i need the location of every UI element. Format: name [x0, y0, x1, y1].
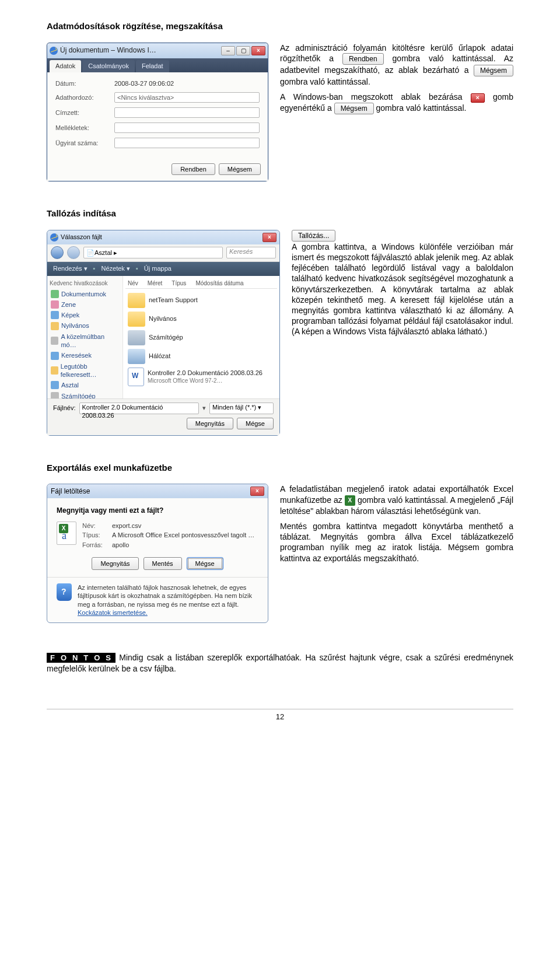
button-rendben[interactable]: Rendben: [172, 163, 215, 175]
page-number: 12: [47, 709, 513, 722]
inline-megsem-button2: Mégsem: [334, 103, 374, 114]
ie-icon: [50, 233, 58, 242]
fontos-badge: F O N T O S: [47, 653, 116, 663]
col-tipus[interactable]: Típus: [172, 279, 186, 287]
input-mellekletek[interactable]: [114, 123, 260, 133]
close-button[interactable]: ×: [262, 233, 276, 242]
address-bar[interactable]: 📄 Asztal ▸: [83, 247, 223, 258]
input-fajlnev[interactable]: Kontroller 2.0 Dokumentáció 2008.03.26: [79, 403, 199, 414]
warning-text: Az interneten található fájlok hasznosak…: [57, 583, 258, 617]
col-modositas[interactable]: Módosítás dátuma: [195, 279, 243, 287]
sidebar-item[interactable]: Képek: [50, 310, 120, 320]
input-cimzett[interactable]: [114, 107, 260, 118]
sidebar-item[interactable]: Dokumentumok: [50, 289, 120, 299]
shield-icon: [57, 583, 72, 601]
col-meret[interactable]: Méret: [148, 279, 163, 287]
file-list: Név Méret Típus Módosítás dátuma netTeam…: [123, 276, 279, 398]
sidebar-item[interactable]: Legutóbb felkeresett…: [50, 361, 120, 380]
tab-feladat[interactable]: Feladat: [136, 60, 169, 72]
button-megse[interactable]: Mégse: [237, 418, 274, 429]
label-datum: Dátum:: [55, 79, 111, 88]
button-megnyitas[interactable]: Megnyitás: [92, 557, 138, 570]
new-document-window: Új dokumentum – Windows I… – ▢ × Adatok …: [47, 43, 268, 182]
ie-icon: [50, 47, 58, 55]
file-name: export.csv: [112, 522, 141, 530]
window-title: Új dokumentum – Windows I…: [60, 46, 219, 55]
label-ugyirat: Ügyirat száma:: [55, 139, 111, 147]
s3-paragraph1: A feladatlistában megjelenő iratok adata…: [280, 484, 513, 516]
nav-forward-icon[interactable]: [67, 246, 80, 259]
dialog-title: Fájl letöltése: [51, 487, 247, 496]
button-megsem[interactable]: Mégsem: [219, 163, 261, 175]
sidebar-item[interactable]: A közelmúltban mó…: [50, 331, 120, 351]
sidebar-item[interactable]: Keresések: [50, 350, 120, 361]
inline-rendben-button: Rendben: [342, 53, 384, 65]
filepicker-title: Válasszon fájlt: [61, 233, 260, 241]
label-cimzett: Címzett:: [55, 109, 111, 117]
toolbar-nezetek[interactable]: Nézetek ▾: [102, 264, 130, 272]
nav-back-icon[interactable]: [51, 246, 64, 259]
tabstrip: Adatok Csatolmányok Feladat: [47, 58, 268, 72]
dialog-question: Megnyitja vagy menti ezt a fájlt?: [57, 506, 258, 516]
sidebar-item[interactable]: Asztal: [50, 380, 120, 390]
inline-megsem-button: Mégsem: [474, 65, 513, 76]
button-megnyitas[interactable]: Megnyitás: [187, 418, 233, 429]
sidebar: Kedvenc hivatkozások Dokumentumok Zene K…: [47, 276, 123, 398]
list-item[interactable]: Számítógép: [125, 328, 277, 347]
s1-paragraph: Az adminisztráció folyamán kitöltésre ke…: [280, 43, 513, 88]
input-ugyirat[interactable]: [114, 138, 260, 148]
fontos-note: F O N T O S Mindig csak a listában szere…: [47, 652, 513, 674]
file-type: A Microsoft Office Excel pontosvesszővel…: [112, 531, 254, 539]
search-input[interactable]: Keresés: [226, 247, 276, 258]
s1-paragraph2: A Windows-ban megszokott ablak bezárása …: [280, 92, 513, 114]
inline-close-icon: ×: [471, 93, 485, 103]
list-item[interactable]: Hálózat: [125, 347, 277, 366]
col-nev[interactable]: Név: [128, 279, 138, 287]
button-mentes[interactable]: Mentés: [144, 557, 182, 570]
file-picker-window: Válasszon fájlt × 📄 Asztal ▸ Keresés Ren…: [47, 230, 280, 436]
list-item[interactable]: Nyilvános: [125, 310, 277, 328]
s3-paragraph2: Mentés gombra kattintva megadott könyvtá…: [280, 521, 513, 564]
sidebar-header: Kedvenc hivatkozások: [50, 279, 120, 287]
close-button[interactable]: ×: [250, 487, 264, 496]
s2-paragraph: Tallózás... A gombra kattintva, a Window…: [292, 230, 513, 337]
minimize-button[interactable]: –: [221, 46, 235, 55]
file-icon: Xa: [57, 522, 76, 545]
label-fajlnev: Fájlnév:: [53, 404, 76, 412]
list-item[interactable]: netTeam Support: [125, 291, 277, 310]
list-item[interactable]: Kontroller 2.0 Dokumentáció 2008.03.26Mi…: [125, 366, 277, 388]
label-adathordozo: Adathordozó:: [55, 93, 111, 102]
close-button[interactable]: ×: [251, 46, 265, 55]
tab-adatok[interactable]: Adatok: [50, 60, 81, 72]
risk-link[interactable]: Kockázatok ismertetése.: [78, 609, 148, 616]
maximize-button[interactable]: ▢: [236, 46, 250, 55]
section1-title: Adatmódosítások rögzítése, megszakítása: [47, 20, 513, 32]
excel-icon: X: [345, 495, 355, 506]
tab-csatolmanyok[interactable]: Csatolmányok: [82, 60, 135, 72]
sidebar-item[interactable]: Zene: [50, 299, 120, 310]
file-source: apollo: [112, 541, 129, 549]
window-titlebar: Új dokumentum – Windows I… – ▢ ×: [47, 43, 268, 58]
inline-tallozas-button: Tallózás...: [292, 230, 335, 242]
sidebar-item[interactable]: Nyilvános: [50, 320, 120, 331]
sidebar-item[interactable]: Számítógép: [50, 391, 120, 398]
select-filetype[interactable]: Minden fájl (*.*) ▾: [209, 403, 274, 414]
section3-title: Exportálás exel munkafüzetbe: [47, 462, 513, 474]
section2-title: Tallózás indítása: [47, 208, 513, 219]
file-download-dialog: Fájl letöltése × Megnyitja vagy menti ez…: [47, 484, 268, 623]
toolbar-rendezes[interactable]: Rendezés ▾: [53, 264, 88, 272]
toolbar-ujmappa[interactable]: Új mappa: [144, 264, 172, 272]
label-mellekletek: Mellékletek:: [55, 124, 111, 132]
select-adathordozo[interactable]: <Nincs kiválasztva>: [114, 92, 260, 103]
button-megse[interactable]: Mégse: [187, 557, 223, 570]
value-datum: 2008-03-27 09:06:02: [114, 79, 260, 88]
